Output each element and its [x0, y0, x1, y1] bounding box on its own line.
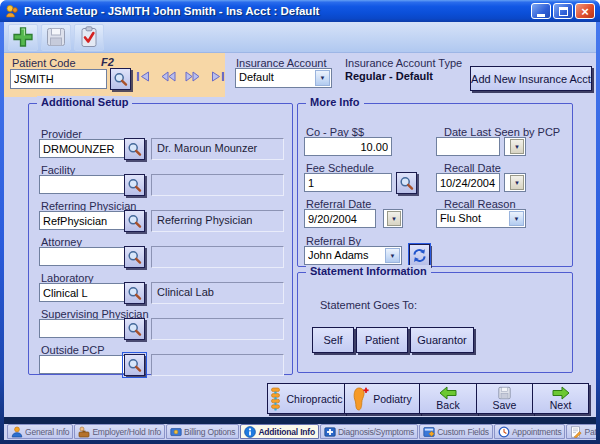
separator-strip	[4, 417, 596, 424]
save-button[interactable]: Save	[476, 383, 533, 414]
notes-icon	[570, 426, 582, 438]
last-record-button[interactable]	[209, 70, 226, 82]
chiropractic-button[interactable]: Chiropractic	[267, 383, 345, 414]
patient-code-search-button[interactable]	[110, 68, 131, 90]
chiropractic-label: Chiropractic	[286, 393, 342, 405]
date-last-seen-dropdown[interactable]: ▼	[504, 137, 526, 156]
search-icon	[127, 250, 142, 265]
laboratory-search-button[interactable]	[124, 282, 145, 304]
save-icon	[44, 25, 68, 49]
referral-by-value: John Adams	[308, 249, 384, 261]
insurance-account-select[interactable]: Default ▼	[235, 68, 332, 88]
recall-reason-select[interactable]: Flu Shot ▼	[436, 209, 526, 228]
fee-schedule-input[interactable]	[304, 173, 392, 192]
tab-additional-info[interactable]: Additional Info	[240, 424, 319, 439]
referral-date-dropdown[interactable]: ▼	[383, 209, 403, 228]
referral-by-refresh-button[interactable]	[409, 244, 430, 266]
chevron-down-icon: ▼	[509, 211, 524, 226]
f2-shortcut-label: F2	[101, 56, 114, 68]
tab-label: Appointments	[512, 427, 562, 437]
co-pay-input[interactable]	[304, 137, 392, 156]
referring-physician-search-button[interactable]	[124, 210, 145, 232]
arrow-left-icon	[439, 386, 457, 400]
podiatry-label: Podiatry	[373, 393, 412, 405]
insurance-account-type-value: Regular - Default	[345, 70, 433, 82]
tab-custom-fields[interactable]: Custom Fields	[419, 424, 493, 439]
tab-label: General Info	[25, 427, 69, 437]
custom-fields-icon	[423, 426, 435, 438]
tab-general-info[interactable]: General Info	[7, 424, 73, 439]
first-record-icon	[135, 71, 151, 82]
tab-appointments[interactable]: Appointments	[494, 424, 566, 439]
date-last-seen-input[interactable]	[436, 137, 500, 156]
foot-icon	[352, 387, 369, 411]
first-record-button[interactable]	[134, 70, 151, 82]
maximize-button[interactable]	[553, 3, 573, 19]
maximize-icon	[559, 7, 568, 16]
minimize-button[interactable]	[531, 3, 551, 19]
spine-icon	[269, 387, 282, 411]
recall-date-dropdown[interactable]: ▼	[504, 173, 526, 192]
employer-icon	[78, 426, 90, 438]
back-button[interactable]: Back	[419, 383, 477, 414]
billing-icon	[170, 426, 182, 438]
person-icon	[11, 426, 23, 438]
previous-record-icon	[160, 71, 176, 82]
previous-record-button[interactable]	[159, 70, 176, 82]
add-record-icon	[11, 25, 35, 49]
statement-buttons: Self Patient Guarantor	[312, 327, 474, 353]
referring-physician-input[interactable]	[39, 211, 125, 230]
insurance-account-type-label: Insurance Account Type	[345, 57, 462, 69]
add-record-button[interactable]	[8, 24, 38, 51]
insurance-account-value: Default	[239, 71, 314, 83]
tab-label: Additional Info	[258, 427, 315, 437]
additional-setup-group: Additional Setup Provider Dr. Maroun Mou…	[28, 103, 293, 375]
laboratory-input[interactable]	[39, 283, 125, 302]
more-info-group: More Info Co - Pay $$ Date Last Seen by …	[297, 103, 573, 267]
fee-schedule-search-button[interactable]	[396, 172, 417, 194]
next-label: Next	[550, 400, 572, 411]
next-button[interactable]: Next	[532, 383, 589, 414]
attorney-search-button[interactable]	[124, 246, 145, 268]
refresh-icon	[412, 248, 427, 263]
tab-label: Diagnosis/Symptoms	[338, 427, 414, 437]
facility-display	[151, 174, 284, 196]
supervising-physician-input[interactable]	[39, 319, 125, 338]
statement-patient-button[interactable]: Patient	[356, 327, 408, 353]
attorney-display	[151, 246, 284, 268]
add-new-insurance-button[interactable]: Add New Insurance Acct	[470, 66, 592, 91]
referral-by-select[interactable]: John Adams ▼	[304, 246, 402, 265]
chevron-down-icon: ▼	[387, 211, 401, 226]
chevron-down-icon: ▼	[385, 248, 400, 263]
tab-patient-notes[interactable]: Patient Notes	[566, 424, 596, 439]
statement-information-group: Statement Information Statement Goes To:…	[297, 272, 573, 373]
search-icon	[113, 72, 128, 87]
app-icon	[5, 4, 19, 18]
statement-guarantor-button[interactable]: Guarantor	[410, 327, 474, 353]
verify-button[interactable]	[74, 24, 104, 51]
recall-date-input[interactable]	[436, 173, 500, 192]
supervising-physician-search-button[interactable]	[124, 318, 145, 340]
statement-self-button[interactable]: Self	[312, 327, 354, 353]
patient-code-input[interactable]	[10, 69, 107, 89]
patient-code-label: Patient Code	[12, 57, 76, 69]
provider-input[interactable]	[39, 139, 125, 158]
tab-diagnosis-symptoms[interactable]: Diagnosis/Symptoms	[320, 424, 418, 439]
attorney-input[interactable]	[39, 247, 125, 266]
outside-pcp-search-button[interactable]	[124, 354, 145, 376]
close-button[interactable]: ×	[575, 3, 595, 19]
next-record-button[interactable]	[184, 70, 201, 82]
tab-employer-hold-info[interactable]: Employer/Hold Info	[74, 424, 165, 439]
main-toolbar	[4, 22, 596, 53]
facility-search-button[interactable]	[124, 174, 145, 196]
tab-label: Employer/Hold Info	[92, 427, 161, 437]
podiatry-button[interactable]: Podiatry	[344, 383, 420, 414]
tab-billing-options[interactable]: Billing Options	[166, 424, 239, 439]
provider-search-button[interactable]	[124, 138, 145, 160]
facility-input[interactable]	[39, 175, 125, 194]
outside-pcp-input[interactable]	[39, 355, 125, 374]
referral-date-input[interactable]	[304, 209, 376, 228]
search-icon	[127, 322, 142, 337]
search-icon	[127, 142, 142, 157]
save-record-button[interactable]	[41, 24, 71, 51]
